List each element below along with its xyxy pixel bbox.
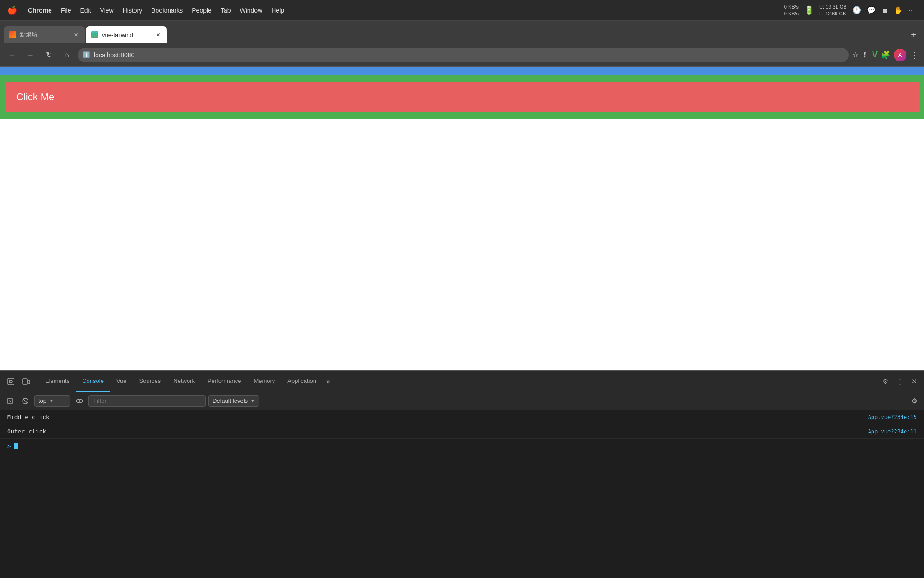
svg-rect-0	[8, 378, 14, 385]
svg-point-1	[9, 380, 12, 383]
levels-label: Default levels	[213, 397, 248, 404]
svg-rect-2	[23, 379, 27, 384]
lock-icon: ℹ️	[83, 51, 90, 58]
storage-info: U: 19.31 GB F: 12.69 GB	[819, 4, 847, 17]
imessage-icon: 💬	[867, 6, 876, 14]
more-dots-icon[interactable]: ···	[908, 6, 917, 14]
new-tab-button[interactable]: +	[907, 28, 920, 42]
menu-people[interactable]: People	[192, 7, 212, 14]
console-prompt-icon: >	[7, 443, 11, 450]
log-entry-1: Outer click App.vue?234e:11	[0, 424, 924, 439]
devtools-settings-icon[interactable]: ⚙	[879, 375, 892, 388]
tab-title-deng: 點燈坊	[20, 31, 69, 39]
console-block-icon[interactable]	[19, 395, 32, 407]
reload-button[interactable]: ↻	[42, 48, 56, 62]
tab-close-vue[interactable]: ✕	[154, 31, 162, 38]
devtools-tab-application[interactable]: Application	[281, 371, 323, 392]
filter-input[interactable]	[88, 395, 206, 407]
devtools-more-icon[interactable]: ⋮	[893, 375, 906, 388]
url-text: localhost:8080	[94, 51, 843, 59]
levels-selector[interactable]: Default levels ▼	[208, 395, 259, 407]
context-dropdown-icon: ▼	[49, 398, 54, 403]
webpage-body	[0, 119, 924, 370]
vimium-icon[interactable]: V	[872, 50, 878, 60]
log-text-1: Outer click	[7, 428, 46, 435]
tab-close-deng[interactable]: ✕	[72, 31, 79, 38]
tab-favicon-vue	[91, 31, 98, 38]
devtools-tab-vue[interactable]: Vue	[110, 371, 133, 392]
touch-id-icon: ✋	[894, 6, 903, 14]
menu-help[interactable]: Help	[271, 7, 284, 14]
devtools-tab-network[interactable]: Network	[167, 371, 201, 392]
devtools-tab-actions: ⚙ ⋮ ✕	[879, 375, 920, 388]
devtools-tab-console[interactable]: Console	[76, 371, 110, 392]
macos-menubar: 🍎 Chrome File Edit View History Bookmark…	[0, 0, 924, 21]
home-button[interactable]: ⌂	[60, 48, 74, 62]
battery-icon: 🔋	[804, 5, 814, 15]
console-cursor[interactable]	[14, 443, 18, 449]
log-source-1[interactable]: App.vue?234e:11	[868, 429, 917, 435]
devtools-panel: Elements Console Vue Sources Network Per…	[0, 370, 924, 578]
network-status: 0 KB/s 0 KB/s	[784, 4, 799, 17]
tab-deng[interactable]: 點燈坊 ✕	[4, 26, 85, 43]
svg-line-7	[23, 399, 28, 403]
time-machine-icon: 🕐	[852, 6, 861, 14]
devtools-close-icon[interactable]: ✕	[908, 375, 920, 388]
device-toggle-icon[interactable]	[19, 374, 33, 389]
menubar-right: 0 KB/s 0 KB/s 🔋 U: 19.31 GB F: 12.69 GB …	[784, 4, 917, 17]
log-source-0[interactable]: App.vue?234e:15	[868, 414, 917, 420]
click-me-button[interactable]: Click Me	[5, 82, 919, 112]
menu-bookmarks[interactable]: Bookmarks	[151, 7, 183, 14]
display-icon: 🖥	[881, 6, 888, 14]
inspector-icon[interactable]	[4, 374, 18, 389]
devtools-tab-memory[interactable]: Memory	[247, 371, 281, 392]
devtools-more-tabs[interactable]: »	[323, 371, 334, 392]
levels-dropdown-icon: ▼	[250, 398, 255, 403]
console-log: Middle click App.vue?234e:15 Outer click…	[0, 410, 924, 578]
web-blue-bar	[0, 67, 924, 75]
tab-bar: 點燈坊 ✕ vue-tailwind ✕ +	[0, 21, 924, 43]
console-input-row[interactable]: >	[0, 439, 924, 453]
tab-title-vue: vue-tailwind	[102, 32, 151, 38]
menu-window[interactable]: Window	[240, 7, 262, 14]
menu-chrome[interactable]: Chrome	[28, 7, 52, 14]
context-value: top	[38, 397, 46, 404]
webpage-content: Click Me	[0, 67, 924, 370]
web-green-bar: Click Me	[0, 75, 924, 119]
log-entry-0: Middle click App.vue?234e:15	[0, 410, 924, 424]
extensions-icon[interactable]: 🧩	[881, 51, 890, 59]
context-selector[interactable]: top ▼	[34, 395, 70, 407]
chrome-window: 點燈坊 ✕ vue-tailwind ✕ + ← → ↻ ⌂ ℹ️ localh…	[0, 21, 924, 578]
address-input[interactable]: ℹ️ localhost:8080	[78, 48, 849, 62]
svg-rect-3	[28, 380, 30, 384]
console-clear-icon[interactable]	[4, 395, 16, 407]
devtools-tab-bar: Elements Console Vue Sources Network Per…	[0, 371, 924, 392]
menu-view[interactable]: View	[100, 7, 114, 14]
menu-file[interactable]: File	[61, 7, 71, 14]
tab-vue[interactable]: vue-tailwind ✕	[86, 26, 167, 43]
address-right-icons: ☆ 🎙 V 🧩 A ⋮	[852, 49, 919, 61]
menu-edit[interactable]: Edit	[80, 7, 91, 14]
svg-line-5	[9, 400, 11, 402]
console-settings-icon[interactable]: ⚙	[908, 395, 920, 407]
address-bar: ← → ↻ ⌂ ℹ️ localhost:8080 ☆ 🎙 V 🧩 A ⋮	[0, 43, 924, 67]
eye-icon[interactable]	[73, 395, 86, 407]
tab-favicon-deng	[9, 31, 16, 38]
tab-spinner	[91, 31, 98, 38]
devtools-tab-performance[interactable]: Performance	[201, 371, 247, 392]
menu-history[interactable]: History	[123, 7, 143, 14]
profile-avatar[interactable]: A	[894, 49, 906, 61]
devtools-tab-sources[interactable]: Sources	[133, 371, 167, 392]
devtools-icons	[4, 374, 33, 389]
console-toolbar: top ▼ Default levels ▼ ⚙	[0, 392, 924, 410]
log-text-0: Middle click	[7, 414, 50, 420]
chrome-menu-icon[interactable]: ⋮	[910, 50, 919, 60]
apple-logo-icon[interactable]: 🍎	[7, 5, 17, 15]
cast-icon[interactable]: 🎙	[862, 51, 869, 59]
forward-button[interactable]: →	[23, 48, 38, 62]
bookmark-star-icon[interactable]: ☆	[852, 51, 859, 59]
devtools-tab-elements[interactable]: Elements	[39, 371, 76, 392]
menu-tab[interactable]: Tab	[221, 7, 231, 14]
back-button[interactable]: ←	[5, 48, 20, 62]
svg-point-9	[79, 400, 80, 402]
